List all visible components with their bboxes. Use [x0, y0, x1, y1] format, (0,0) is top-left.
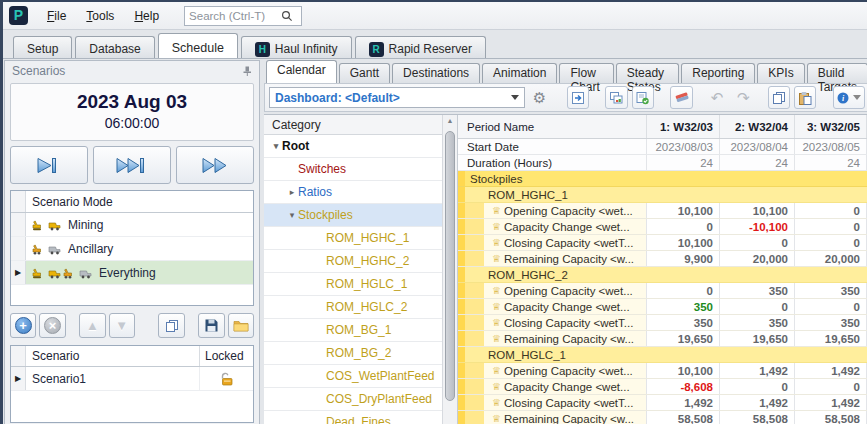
group-row-stockpiles[interactable]: Stockpiles [458, 171, 867, 187]
mode-row-mining[interactable]: Mining [11, 213, 253, 237]
tree-item-switches[interactable]: Switches [264, 158, 442, 181]
tree-item-dead-fines[interactable]: Dead_Fines [264, 411, 442, 424]
grid-row[interactable]: ♕Capacity Change <wet... -8,608 0 0 [458, 379, 867, 395]
tree-item-rom-hghc-2[interactable]: ROM_HGHC_2 [264, 250, 442, 273]
scrollbar-thumb[interactable] [445, 131, 455, 401]
group-row-rom-hghc-1[interactable]: ROM_HGHC_1 [458, 187, 867, 203]
search-box[interactable] [184, 6, 302, 26]
grid-row[interactable]: ♕Capacity Change <wet... 350 0 0 [458, 299, 867, 315]
cell[interactable]: 350 [719, 283, 794, 298]
move-up-button[interactable]: ▲ [79, 313, 105, 338]
cell[interactable]: 58,508 [646, 411, 719, 424]
cell[interactable]: 10,100 [646, 235, 719, 250]
undo-button[interactable]: ↶ [706, 86, 728, 109]
cell[interactable]: 350 [794, 283, 866, 298]
cell[interactable]: 350 [646, 299, 719, 314]
grid-row[interactable]: ♕Opening Capacity <wet... 10,100 10,100 … [458, 203, 867, 219]
export-dashboard-button[interactable] [567, 86, 589, 109]
menu-file[interactable]: File [38, 5, 75, 27]
tree-item-root[interactable]: ▾Root [264, 135, 442, 158]
cell[interactable]: 0 [646, 219, 719, 234]
add-widget-button[interactable] [605, 86, 627, 109]
tab-database[interactable]: Database [75, 36, 154, 58]
tab-schedule[interactable]: Schedule [158, 33, 238, 58]
cell[interactable]: 2023/08/03 [646, 139, 719, 154]
tree-item-rom-bg-2[interactable]: ROM_BG_2 [264, 342, 442, 365]
chevron-collapsed-icon[interactable]: ▸ [286, 187, 298, 197]
menu-help[interactable]: Help [125, 5, 168, 27]
cell[interactable]: 0 [794, 235, 866, 250]
tab-rapid-reserver[interactable]: R Rapid Reserver [355, 36, 486, 58]
search-input[interactable] [189, 10, 281, 22]
tree-item-rom-hglc-2[interactable]: ROM_HGLC_2 [264, 296, 442, 319]
cell[interactable]: 2023/08/04 [719, 139, 794, 154]
tree-item-ratios[interactable]: ▸Ratios [264, 181, 442, 204]
period-column-header[interactable]: 3: W32/05 [794, 115, 866, 138]
chevron-expanded-icon[interactable]: ▾ [286, 210, 298, 220]
cell[interactable]: 1,492 [646, 395, 719, 410]
grid-row[interactable]: ♕Remaining Capacity <w... 9,900 20,000 2… [458, 251, 867, 267]
cell[interactable]: 0 [646, 283, 719, 298]
cell[interactable]: 0 [794, 299, 866, 314]
dashboard-selector[interactable]: Dashboard: <Default> [269, 87, 525, 108]
cell[interactable]: 19,650 [719, 331, 794, 346]
cell[interactable]: 1,492 [794, 363, 866, 378]
grid-row[interactable]: ♕Closing Capacity <wetT... 350 350 350 [458, 315, 867, 331]
tab-calendar[interactable]: Calendar [266, 60, 337, 83]
scroll-up-icon[interactable]: ▲ [443, 117, 457, 124]
group-row-rom-hglc-1[interactable]: ROM_HGLC_1 [458, 347, 867, 363]
cell[interactable]: 24 [646, 155, 719, 170]
lock-toggle[interactable] [199, 367, 253, 390]
step-forward-button[interactable] [10, 146, 88, 184]
move-down-button[interactable]: ▼ [109, 313, 135, 338]
cell[interactable]: 20,000 [719, 251, 794, 266]
scenario-row[interactable]: ▶ Scenario1 [11, 367, 253, 391]
widget-settings-button[interactable] [632, 86, 654, 109]
grid-row[interactable]: ♕Remaining Capacity <w... 19,650 19,650 … [458, 331, 867, 347]
tab-animation[interactable]: Animation [482, 63, 557, 83]
tab-setup[interactable]: Setup [13, 36, 72, 58]
tab-destinations[interactable]: Destinations [392, 63, 480, 83]
cell[interactable]: 9,900 [646, 251, 719, 266]
tab-build-targets[interactable]: Build Targets [807, 63, 867, 83]
cell[interactable]: 0 [719, 299, 794, 314]
grid-row-duration[interactable]: Duration (Hours) 24 24 24 [458, 155, 867, 171]
clear-dashboard-button[interactable] [670, 86, 692, 109]
mode-row-ancillary[interactable]: Ancillary [11, 237, 253, 261]
paste-dashboard-button[interactable] [794, 86, 816, 109]
tab-steady-states[interactable]: Steady States [616, 63, 680, 83]
tab-haul-infinity[interactable]: H Haul Infinity [241, 36, 352, 58]
grid-row[interactable]: ♕Closing Capacity <wetT... 1,492 1,492 1… [458, 395, 867, 411]
tab-gantt[interactable]: Gantt [339, 63, 390, 83]
grid-row-start-date[interactable]: Start Date 2023/08/03 2023/08/04 2023/08… [458, 139, 867, 155]
grid-row[interactable]: ♕Capacity Change <wet... 0 -10,100 0 [458, 219, 867, 235]
cell[interactable]: 1,492 [719, 363, 794, 378]
menu-tools[interactable]: Tools [77, 5, 123, 27]
cell[interactable]: 58,508 [719, 411, 794, 424]
cell[interactable]: 1,492 [794, 395, 866, 410]
cell[interactable]: 19,650 [646, 331, 719, 346]
grid-row[interactable]: ♕Remaining Capacity <w... 58,508 58,508 … [458, 411, 867, 424]
cell[interactable]: 0 [794, 219, 866, 234]
tab-kpis[interactable]: KPIs [757, 63, 804, 83]
cell[interactable]: 10,100 [646, 203, 719, 218]
cell[interactable]: 1,492 [719, 395, 794, 410]
tree-item-cos-wetplantfeed[interactable]: COS_WetPlantFeed [264, 365, 442, 388]
period-column-header[interactable]: 2: W32/04 [719, 115, 794, 138]
duplicate-scenario-button[interactable] [158, 313, 184, 338]
cell[interactable]: 20,000 [794, 251, 866, 266]
open-scenario-button[interactable] [228, 313, 254, 338]
cell[interactable]: -8,608 [646, 379, 719, 394]
skip-forward-button[interactable] [93, 146, 171, 184]
tree-item-rom-bg-1[interactable]: ROM_BG_1 [264, 319, 442, 342]
add-scenario-button[interactable]: + [10, 313, 36, 338]
cell[interactable]: 0 [794, 379, 866, 394]
cell[interactable]: 58,508 [794, 411, 866, 424]
tab-reporting[interactable]: Reporting [681, 63, 755, 83]
copy-dashboard-button[interactable] [768, 86, 790, 109]
delete-scenario-button[interactable]: × [39, 313, 65, 338]
cell[interactable]: 2023/08/05 [794, 139, 866, 154]
tree-item-stockpiles[interactable]: ▾Stockpiles [264, 204, 442, 227]
cell[interactable]: 10,100 [719, 203, 794, 218]
tree-item-rom-hghc-1[interactable]: ROM_HGHC_1 [264, 227, 442, 250]
